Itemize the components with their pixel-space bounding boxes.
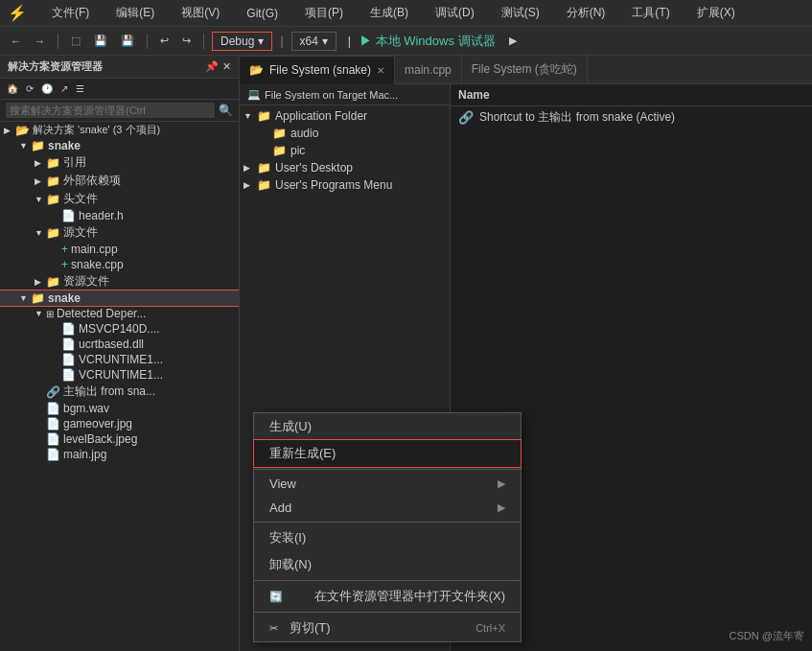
run-local-btn[interactable]: ▶ 本地 Windows 调试器 (355, 31, 500, 52)
main-output-label: 主输出 from sna... (63, 384, 155, 400)
fs-item-audio[interactable]: ▶ 📁 audio (240, 125, 450, 142)
tab-filesystem-snake[interactable]: 📂 File System (snake) ✕ (240, 56, 395, 84)
undo-btn[interactable]: ↩ (155, 33, 174, 49)
tab-main-label: main.cpp (405, 63, 452, 77)
fs-item-pic[interactable]: ▶ 📁 pic (240, 142, 450, 159)
tree-item-maincpp[interactable]: ▶ + main.cpp (0, 242, 239, 257)
ctx-install[interactable]: 安装(I) (254, 524, 521, 551)
toolbar-filter-btn[interactable]: ☰ (73, 82, 87, 95)
desktop-icon: 📁 (257, 161, 271, 174)
sep4: | (280, 35, 283, 48)
tree-item-mainjpg[interactable]: ▶ 📄 main.jpg (0, 447, 239, 462)
fs-item-appfolder[interactable]: ▼ 📁 Application Folder (240, 107, 450, 125)
ctx-add-arrow-icon: ▶ (498, 501, 505, 514)
tab-fs-icon: 📂 (249, 63, 264, 77)
ctx-build-label: 生成(U) (269, 418, 312, 435)
menu-git[interactable]: Git(G) (241, 5, 284, 22)
solution-item[interactable]: ▶ 📂 解决方案 'snake' (3 个项目) (0, 122, 239, 138)
tree-item-vcruntime1[interactable]: ▶ 📄 VCRUNTIME1... (0, 352, 239, 367)
appfolder-label: Application Folder (275, 109, 367, 123)
redo-btn[interactable]: ↪ (177, 33, 196, 49)
toolbar-arrow-btn[interactable]: ↗ (58, 82, 71, 95)
run2-btn[interactable]: ▶ (504, 33, 522, 49)
save-btn[interactable]: 💾 (89, 33, 112, 49)
fs-root-icon: 💻 (247, 88, 261, 101)
ctx-install-label: 安装(I) (269, 529, 306, 546)
menu-project[interactable]: 项目(P) (299, 3, 349, 23)
menu-edit[interactable]: 编辑(E) (110, 3, 160, 23)
pic-icon: 📁 (272, 144, 287, 157)
toolbar-nav-btn[interactable]: ⟳ (23, 82, 36, 95)
tree-item-extern[interactable]: ▶ 📁 外部依赖项 (0, 172, 239, 190)
ctx-view[interactable]: View ▶ (254, 472, 521, 496)
sidebar-pin-icon[interactable]: 📌 (205, 60, 219, 73)
ctx-uninstall[interactable]: 卸载(N) (254, 551, 521, 578)
solution-btn[interactable]: ⬚ (66, 33, 85, 49)
menu-view[interactable]: 视图(V) (175, 3, 225, 23)
tree-area: ▶ 📂 解决方案 'snake' (3 个项目) ▼ 📁 snake ▶ 📁 引… (0, 122, 239, 651)
menu-file[interactable]: 文件(F) (46, 3, 95, 23)
tree-item-gameover[interactable]: ▶ 📄 gameover.jpg (0, 416, 239, 431)
menu-test[interactable]: 测试(S) (496, 3, 545, 23)
maincpp-icon: + (61, 243, 68, 256)
toolbar-home-btn[interactable]: 🏠 (4, 82, 21, 95)
menu-build[interactable]: 生成(B) (364, 3, 414, 23)
tab-filesystem-snake2[interactable]: File System (贪吃蛇) (462, 56, 588, 84)
sidebar-close-icon[interactable]: ✕ (222, 60, 231, 73)
tree-item-bgm[interactable]: ▶ 📄 bgm.wav (0, 401, 239, 416)
save-all-btn[interactable]: 💾 (116, 33, 139, 49)
extern-arrow-icon: ▶ (35, 176, 46, 186)
tree-item-levelback[interactable]: ▶ 📄 levelBack.jpeg (0, 431, 239, 447)
tree-item-snakecpp[interactable]: ▶ + snake.cpp (0, 257, 239, 272)
file-list-item-shortcut[interactable]: 🔗 Shortcut to 主输出 from snake (Active) (451, 106, 812, 128)
ctx-cut[interactable]: ✂ 剪切(T) Ctrl+X (254, 615, 521, 641)
tree-item-main-output[interactable]: ▶ 🔗 主输出 from sna... (0, 383, 239, 401)
menu-analyze[interactable]: 分析(N) (561, 3, 612, 23)
debug-dropdown[interactable]: Debug ▾ (212, 32, 272, 51)
tree-item-headers[interactable]: ▼ 📁 头文件 (0, 190, 239, 208)
tree-item-ucrt[interactable]: ▶ 📄 ucrtbased.dll (0, 337, 239, 352)
refs-label: 引用 (63, 154, 86, 171)
detected-icon: ⊞ (46, 309, 54, 319)
sources-arrow-icon: ▼ (35, 228, 46, 238)
menu-extensions[interactable]: 扩展(X) (691, 3, 741, 23)
tree-item-detected[interactable]: ▼ ⊞ Detected Deper... (0, 306, 239, 321)
tree-item-headerh[interactable]: ▶ 📄 header.h (0, 208, 239, 223)
menu-debug[interactable]: 调试(D) (429, 3, 480, 23)
sidebar-actions: 📌 ✕ (205, 60, 231, 73)
tree-item-sources[interactable]: ▼ 📁 源文件 (0, 223, 239, 242)
detected-label: Detected Deper... (57, 307, 146, 320)
app-icon: ⚡ (8, 4, 27, 22)
tab-fs-close-icon[interactable]: ✕ (377, 65, 384, 76)
ctx-sep4 (254, 612, 521, 613)
ucrt-label: ucrtbased.dll (79, 337, 144, 351)
fs-item-desktop[interactable]: ▶ 📁 User's Desktop (240, 159, 450, 176)
ctx-rebuild[interactable]: 重新生成(E) (254, 440, 521, 467)
back-btn[interactable]: ← (6, 34, 26, 49)
desktop-arrow-icon: ▶ (244, 163, 255, 173)
ctx-open-folder[interactable]: 🔄 在文件资源管理器中打开文件夹(X) (254, 583, 521, 610)
menu-tools[interactable]: 工具(T) (626, 3, 675, 23)
tree-item-resources[interactable]: ▶ 📁 资源文件 (0, 272, 239, 291)
tree-item-refs[interactable]: ▶ 📁 引用 (0, 153, 239, 172)
fs-item-programs[interactable]: ▶ 📁 User's Programs Menu (240, 176, 450, 194)
forward-btn[interactable]: → (30, 34, 50, 49)
programs-icon: 📁 (257, 178, 271, 192)
toolbar-clock-btn[interactable]: 🕐 (38, 82, 56, 95)
snakecpp-icon: + (61, 258, 68, 271)
ctx-add[interactable]: Add ▶ (254, 496, 521, 520)
tab-maincpp[interactable]: main.cpp (395, 56, 462, 84)
sep2 (147, 34, 148, 49)
tree-snake-root[interactable]: ▼ 📁 snake (0, 138, 239, 153)
sidebar: 解决方案资源管理器 📌 ✕ 🏠 ⟳ 🕐 ↗ ☰ 🔍 ▶ 📂 解决方案 'snak… (0, 56, 240, 651)
ctx-build[interactable]: 生成(U) (254, 413, 521, 440)
tree-item-msvcp[interactable]: ▶ 📄 MSVCP140D.... (0, 321, 239, 337)
search-input[interactable] (6, 103, 215, 118)
snakecpp-arrow-icon: ▶ (50, 260, 61, 269)
platform-dropdown[interactable]: x64 ▾ (291, 32, 336, 51)
levelback-label: levelBack.jpeg (63, 432, 137, 446)
headerh-arrow-icon: ▶ (50, 211, 61, 221)
appfolder-icon: 📁 (257, 109, 271, 123)
tree-item-vcruntime2[interactable]: ▶ 📄 VCRUNTIME1... (0, 367, 239, 383)
tree-item-snake-output[interactable]: ▼ 📁 snake (0, 291, 239, 306)
